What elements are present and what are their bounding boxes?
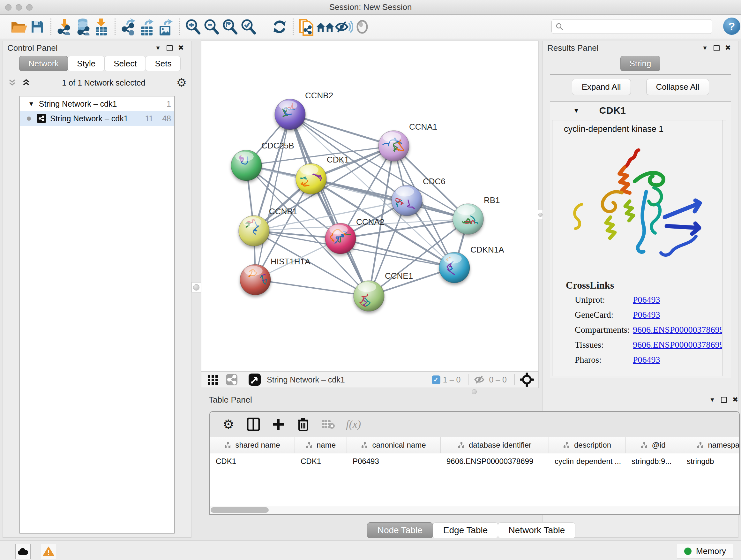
results-panel-menu-button[interactable]: ▾ [699, 43, 711, 53]
node-HIST1H1A[interactable] [240, 264, 275, 295]
export-table-button[interactable] [138, 17, 156, 36]
protein-expander-icon[interactable]: ▼ [573, 107, 580, 114]
delete-column-icon[interactable] [296, 417, 310, 431]
function-builder-button[interactable]: f(x) [346, 418, 361, 430]
delete-table-icon[interactable] [321, 417, 335, 431]
warnings-button[interactable] [41, 544, 56, 559]
table-panel-float-button[interactable] [718, 395, 730, 405]
save-session-button[interactable] [28, 17, 47, 36]
column-header-shared-name[interactable]: shared name [210, 437, 295, 453]
edge-HIST1H1A-CCNE1[interactable] [255, 280, 369, 296]
protein-card-header[interactable]: ▼ CDK1 [550, 102, 731, 119]
tab-string[interactable]: String [620, 56, 661, 71]
crosslink-link[interactable]: P06493 [633, 355, 660, 365]
table-row[interactable]: CDK1CDK1P064939606.ENSP00000378699cyclin… [210, 453, 739, 469]
search-field[interactable] [551, 19, 712, 34]
node-CCNB2[interactable] [275, 99, 306, 130]
import-network-from-database-button[interactable] [74, 17, 92, 36]
clone-network-button[interactable] [297, 17, 316, 36]
column-header-name[interactable]: name [295, 437, 347, 453]
grid-view-icon[interactable] [207, 374, 219, 385]
refresh-view-button[interactable] [270, 17, 289, 36]
node-CDK1[interactable] [292, 164, 327, 194]
tab-select[interactable]: Select [105, 56, 146, 71]
import-table-from-file-button[interactable] [92, 17, 111, 36]
collapse-all-button[interactable]: Collapse All [646, 79, 710, 95]
show-all-networks-button[interactable] [316, 17, 334, 36]
control-panel-menu-button[interactable]: ▾ [152, 43, 164, 53]
tab-node-table[interactable]: Node Table [367, 522, 433, 538]
tab-network-table[interactable]: Network Table [498, 522, 576, 538]
zoom-selected-button[interactable] [239, 17, 258, 36]
search-input[interactable] [563, 20, 712, 33]
table-cell[interactable]: CDK1 [295, 453, 347, 469]
tab-network[interactable]: Network [19, 56, 68, 71]
table-panel-menu-button[interactable]: ▾ [706, 395, 718, 405]
tab-edge-table[interactable]: Edge Table [433, 522, 498, 538]
column-header--id[interactable]: @id [626, 437, 681, 453]
column-header-description[interactable]: description [549, 437, 626, 453]
expand-all-button[interactable]: Expand All [572, 79, 631, 95]
tab-sets[interactable]: Sets [145, 56, 181, 71]
edge-CCNB2-HIST1H1A[interactable] [255, 114, 290, 280]
create-column-icon[interactable] [271, 417, 285, 431]
table-panel-close-button[interactable]: ✖ [730, 395, 741, 405]
collection-expander-icon[interactable]: ▼ [28, 100, 35, 108]
table-cell[interactable]: cyclin-dependent ... [549, 453, 626, 469]
network-canvas[interactable]: CCNB2CCNA1CDC25BCDK1CDC6RB1CCNB1CCNA2CDK… [201, 41, 539, 371]
column-header-namespace[interactable]: namespace [681, 437, 740, 453]
crosslink-link[interactable]: 9606.ENSP00000378699 [633, 340, 724, 350]
node-CCNE1[interactable] [354, 281, 384, 314]
node-CCNA1[interactable] [379, 131, 409, 161]
hide-selected-button[interactable] [334, 17, 353, 36]
import-network-from-file-button[interactable] [55, 17, 74, 36]
node-CCNB1[interactable] [239, 215, 269, 246]
node-CDKN1A[interactable] [439, 252, 470, 283]
expand-all-icon[interactable] [21, 78, 31, 87]
help-button[interactable]: ? [723, 17, 740, 35]
detach-view-icon[interactable] [248, 373, 261, 386]
zoom-fit-button[interactable] [220, 17, 239, 36]
hidden-eye-icon[interactable] [474, 374, 486, 385]
table-cell[interactable]: P06493 [347, 453, 441, 469]
network-options-gear-icon[interactable]: ⚙ [177, 77, 187, 88]
tab-style[interactable]: Style [68, 56, 105, 71]
edge-CCNB2-CCNA1[interactable] [290, 114, 394, 146]
zoom-out-button[interactable] [202, 17, 220, 36]
network-view-icon[interactable] [226, 374, 238, 386]
results-panel-close-button[interactable]: ✖ [722, 43, 734, 53]
show-hidden-button[interactable] [353, 17, 372, 36]
column-header-canonical-name[interactable]: canonical name [347, 437, 441, 453]
open-session-button[interactable] [10, 17, 28, 36]
cloud-status-button[interactable] [15, 544, 30, 559]
node-RB1[interactable] [453, 204, 483, 234]
node-CDC25B[interactable] [228, 150, 262, 181]
control-panel-close-button[interactable]: ✖ [175, 43, 187, 53]
table-hscrollbar-thumb[interactable] [211, 507, 269, 513]
table-cell[interactable]: 9606.ENSP00000378699 [441, 453, 549, 469]
zoom-in-button[interactable] [184, 17, 202, 36]
left-splitter-handle[interactable] [192, 282, 201, 293]
edge-CCNB2-CCNE1[interactable] [290, 114, 369, 296]
network-row[interactable]: String Network – cdk1 11 48 [20, 111, 174, 126]
network-graph[interactable]: CCNB2CCNA1CDC25BCDK1CDC6RB1CCNB1CCNA2CDK… [201, 41, 538, 371]
right-splitter-handle[interactable] [538, 210, 543, 219]
crosslink-link[interactable]: P06493 [633, 295, 660, 305]
crosslink-link[interactable]: P06493 [633, 310, 660, 320]
results-scrollbar[interactable] [722, 120, 726, 376]
birdseye-view-icon[interactable] [520, 373, 534, 387]
export-network-button[interactable] [119, 17, 138, 36]
table-options-gear-icon[interactable]: ⚙ [221, 417, 235, 431]
export-image-button[interactable] [156, 17, 175, 36]
column-header-database-identifier[interactable]: database identifier [441, 437, 549, 453]
table-cell[interactable]: stringdb:9... [626, 453, 681, 469]
collapse-all-icon[interactable] [7, 78, 17, 87]
selected-checkbox-icon[interactable]: ✓ [432, 375, 441, 384]
table-cell[interactable]: CDK1 [210, 453, 295, 469]
control-panel-float-button[interactable] [164, 43, 175, 53]
show-columns-icon[interactable] [246, 417, 260, 431]
crosslink-link[interactable]: 9606.ENSP00000378699 [633, 325, 724, 335]
memory-button[interactable]: Memory [677, 544, 733, 558]
results-panel-float-button[interactable] [711, 43, 722, 53]
table-cell[interactable]: stringdb [681, 453, 740, 469]
